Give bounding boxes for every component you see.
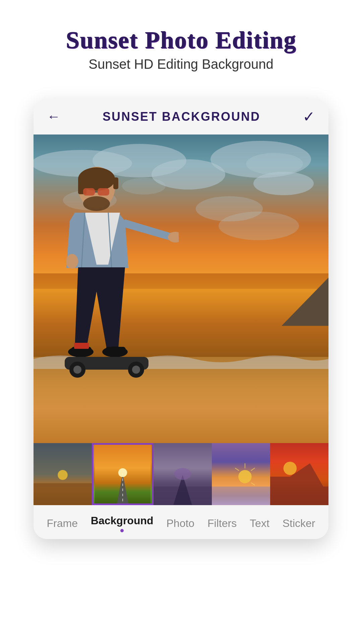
svg-point-19 xyxy=(132,366,140,374)
svg-rect-3 xyxy=(113,177,118,189)
svg-point-22 xyxy=(58,470,68,480)
nav-label-photo: Photo xyxy=(166,517,194,530)
nav-item-background[interactable]: Background xyxy=(87,515,157,532)
nav-item-text[interactable]: Text xyxy=(246,517,273,530)
svg-rect-14 xyxy=(106,347,126,355)
nav-item-sticker[interactable]: Sticker xyxy=(279,517,319,530)
nav-item-photo[interactable]: Photo xyxy=(163,517,198,530)
svg-rect-12 xyxy=(74,343,89,349)
svg-point-4 xyxy=(83,196,110,211)
thumbnail-2[interactable] xyxy=(92,443,154,505)
svg-point-31 xyxy=(238,470,252,483)
app-subtitle: Sunset HD Editing Background xyxy=(13,57,349,72)
nav-item-filters[interactable]: Filters xyxy=(204,517,240,530)
top-bar: ← SUNSET BACKGROUND ✓ xyxy=(34,99,328,135)
svg-rect-5 xyxy=(83,188,95,196)
confirm-button[interactable]: ✓ xyxy=(303,108,315,125)
active-indicator xyxy=(120,529,124,532)
nav-label-filters: Filters xyxy=(207,517,237,530)
app-header: Sunset Photo Editing Sunset HD Editing B… xyxy=(0,0,362,85)
svg-rect-6 xyxy=(98,188,109,196)
photo-canvas[interactable] xyxy=(34,135,328,443)
thumbnail-3[interactable] xyxy=(154,443,212,505)
thumbnail-4[interactable] xyxy=(212,443,270,505)
nav-label-frame: Frame xyxy=(47,517,77,530)
nav-label-background: Background xyxy=(91,515,154,527)
thumbnail-strip xyxy=(34,443,328,505)
svg-point-9 xyxy=(66,254,78,269)
svg-point-37 xyxy=(284,462,297,475)
nav-item-frame[interactable]: Frame xyxy=(43,517,81,530)
nav-label-text: Text xyxy=(250,517,269,530)
svg-point-25 xyxy=(118,468,127,477)
svg-point-28 xyxy=(174,468,191,480)
person-figure xyxy=(51,161,179,412)
thumbnail-5[interactable] xyxy=(270,443,328,505)
phone-card: ← SUNSET BACKGROUND ✓ xyxy=(34,99,328,539)
nav-label-sticker: Sticker xyxy=(283,517,315,530)
bottom-nav: Frame Background Photo Filters Text Stic… xyxy=(34,505,328,539)
svg-rect-21 xyxy=(34,483,92,505)
app-title: Sunset Photo Editing xyxy=(13,27,349,53)
screen-title: SUNSET BACKGROUND xyxy=(103,110,260,124)
thumbnail-1[interactable] xyxy=(34,443,92,505)
svg-point-18 xyxy=(73,366,81,374)
back-button[interactable]: ← xyxy=(47,109,60,124)
svg-rect-30 xyxy=(212,487,270,505)
